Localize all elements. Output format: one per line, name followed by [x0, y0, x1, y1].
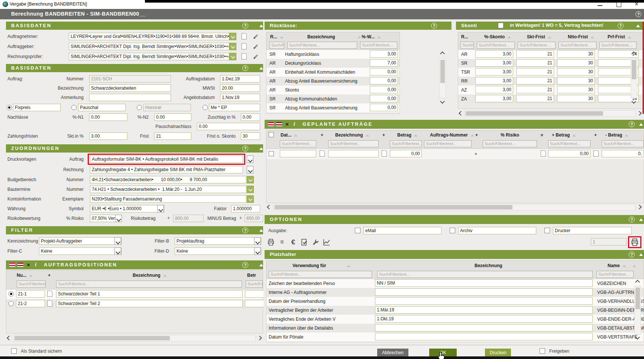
filter-input[interactable]: Such/Filtertext...	[596, 271, 634, 278]
kennzeichnung-combo[interactable]: Projekt-Auftraggeber	[39, 237, 122, 245]
scrollbar-thumb[interactable]	[632, 60, 636, 79]
betrag-field[interactable]: 0,00	[390, 150, 422, 157]
ntto-frist[interactable]: 30	[557, 86, 595, 93]
flag-icon[interactable]	[276, 122, 282, 126]
position-nr[interactable]: 21-1	[16, 290, 45, 298]
chevron-down-icon[interactable]	[229, 53, 236, 60]
filter-input[interactable]: Such/Filtertext...	[328, 140, 379, 147]
skonto-prozent[interactable]: 3,00	[475, 59, 513, 67]
help-icon[interactable]: ?	[242, 227, 248, 233]
copies-field[interactable]: 1	[591, 238, 627, 246]
filter-input[interactable]: Such/Filtertext...	[246, 281, 263, 288]
column-plus[interactable]: +	[382, 131, 385, 139]
column-plus[interactable]: +	[594, 131, 597, 139]
printer-export-icon[interactable]	[266, 237, 276, 247]
honorar-radio[interactable]	[137, 105, 142, 110]
filter-input[interactable]: Such/Filtertext...	[360, 42, 397, 49]
column-datum[interactable]: Dat...	[281, 131, 298, 139]
faktor-field[interactable]: 1.000000	[231, 205, 260, 212]
v-scrollbar[interactable]	[634, 286, 641, 335]
ntto-frist[interactable]: 30	[557, 95, 595, 102]
flag-icon[interactable]	[9, 262, 16, 267]
column-bezeichnung[interactable]: Bezeichnung	[335, 131, 369, 139]
row-select-radio[interactable]	[9, 301, 14, 306]
skonto-prozent[interactable]: 3,00	[475, 95, 513, 102]
collapse-icon[interactable]	[639, 218, 643, 221]
v-scrollbar[interactable]	[631, 58, 637, 98]
row-checkbox[interactable]	[269, 151, 274, 156]
column-bezeichnung[interactable]: Bezeichnung	[133, 271, 167, 279]
position-bezeichnung[interactable]: Schwarzdecker Teil 1	[56, 290, 243, 298]
help-icon[interactable]: ?	[629, 251, 635, 257]
row-select-radio[interactable]	[9, 291, 14, 297]
table-row[interactable]: AR Deckungsrücklass 7,00	[266, 59, 399, 68]
platzhalter-wert[interactable]: NN / SIM	[375, 279, 593, 287]
column-ntto-frist[interactable]: Ntto-Frist	[568, 33, 594, 41]
chevron-down-icon[interactable]	[247, 186, 254, 193]
scrollbar-thumb[interactable]	[466, 111, 603, 116]
collapse-icon[interactable]	[259, 147, 263, 150]
filter-input[interactable]: Such/Filtertext...	[424, 140, 472, 147]
column-auftrags-nummer[interactable]: Auftrags-Nummer	[430, 131, 474, 139]
plus-betrag-field[interactable]: 0,00	[548, 150, 590, 157]
chevron-down-icon[interactable]	[247, 166, 253, 173]
archiv-checkbox[interactable]	[450, 228, 455, 233]
skt-frist[interactable]: 21	[516, 68, 554, 76]
column-code[interactable]: R...	[270, 33, 284, 41]
table-row[interactable]: Datum für Pönale VGB-VERTSTRAFE	[266, 333, 644, 342]
h-scrollbar[interactable]	[274, 204, 635, 211]
scroll-up-icon[interactable]	[440, 51, 445, 56]
bautermine-combo[interactable]: 74.H21 • Schwarzdeckerarbeiten • 1.Mär.2…	[90, 186, 246, 193]
table-row[interactable]: AR Abzug Anteil Bauwesenversicherung 0,0…	[266, 77, 399, 86]
honorar-field[interactable]: Honorar	[143, 104, 191, 111]
scrollbar-thumb[interactable]	[275, 205, 512, 209]
skt-frist[interactable]: 21	[516, 59, 554, 67]
chevron-down-icon[interactable]	[157, 205, 164, 212]
minus-betrag-field[interactable]: 0,	[602, 150, 644, 157]
close-x-icon[interactable]: ×	[285, 122, 289, 127]
ntto-frist[interactable]: 30	[557, 77, 595, 84]
column-prf-frist[interactable]: Prf-Frist	[608, 33, 631, 41]
skonto-prozent[interactable]: 3,00	[475, 50, 513, 58]
column-plus-betrag[interactable]: + Betrag	[552, 131, 576, 139]
help-icon[interactable]: ?	[242, 23, 248, 29]
ntto-frist[interactable]: 30	[557, 50, 595, 58]
table-row[interactable]: RR 3,00 21 30 14	[458, 77, 644, 86]
new-document-icon[interactable]	[242, 43, 247, 49]
scrollbar-thumb[interactable]	[635, 288, 640, 309]
collapse-icon[interactable]	[639, 253, 643, 256]
table-row[interactable]: Interne AG - Auftragsnummer VGB-AG-AUFTR…	[266, 288, 644, 297]
close-x-icon[interactable]: ×	[27, 262, 30, 267]
filter-d-combo[interactable]: Keine	[175, 247, 261, 255]
auftraggeber-combo[interactable]: SIMLINGER•ARCHITEKT Dipl. Ing. Berndt Si…	[69, 43, 229, 50]
filter-input[interactable]: Such/Filtertext...	[548, 140, 590, 147]
email-field[interactable]: eMail	[363, 227, 441, 234]
skonti-checkbox[interactable]	[498, 23, 504, 28]
new-document-icon[interactable]	[242, 33, 247, 39]
euro-icon[interactable]: €	[288, 237, 298, 247]
table-row[interactable]: AR Einbehalt Anteil Kommunalschäden 0,00	[266, 68, 399, 77]
scroll-left-icon[interactable]	[267, 205, 272, 209]
fixpreis-field[interactable]: Fixpreis	[13, 104, 61, 111]
auftragnehmer-combo[interactable]: LEYRER•Leyrer und Graf•WIEN•LEYRER•1190•…	[69, 33, 229, 40]
edit-pencil-icon[interactable]	[253, 43, 259, 50]
scroll-right-icon[interactable]	[637, 111, 642, 116]
me-ep-radio[interactable]	[203, 105, 208, 110]
abbrechen-button[interactable]: Abbrechen	[377, 349, 408, 357]
table-row[interactable]: ZA 3,00 21 30 14	[458, 94, 644, 103]
n2-field[interactable]: 0.00	[154, 113, 191, 121]
chevron-down-icon[interactable]	[114, 237, 121, 245]
fixpreis-radio[interactable]	[7, 105, 12, 110]
scroll-down-icon[interactable]	[440, 99, 445, 104]
skonto-prozent[interactable]: 3,00	[475, 68, 513, 76]
close-button[interactable]: ×	[631, 1, 642, 8]
skt-field[interactable]: 3.00	[89, 132, 127, 140]
column-skonto[interactable]: %-Skonto	[484, 33, 511, 41]
skt-frist[interactable]: 21	[516, 86, 554, 93]
skonto-prozent[interactable]: 3,00	[475, 86, 513, 93]
angebotsdatum-field[interactable]: 1.Nov.19	[220, 94, 260, 101]
filter-input[interactable]: Such/Filtertext...	[559, 42, 596, 49]
scroll-right-icon[interactable]	[637, 205, 642, 209]
datum-field[interactable]	[280, 150, 316, 157]
table-row[interactable]: Vertragliches Ende der Arbeiten V 1.Okt.…	[266, 315, 644, 324]
